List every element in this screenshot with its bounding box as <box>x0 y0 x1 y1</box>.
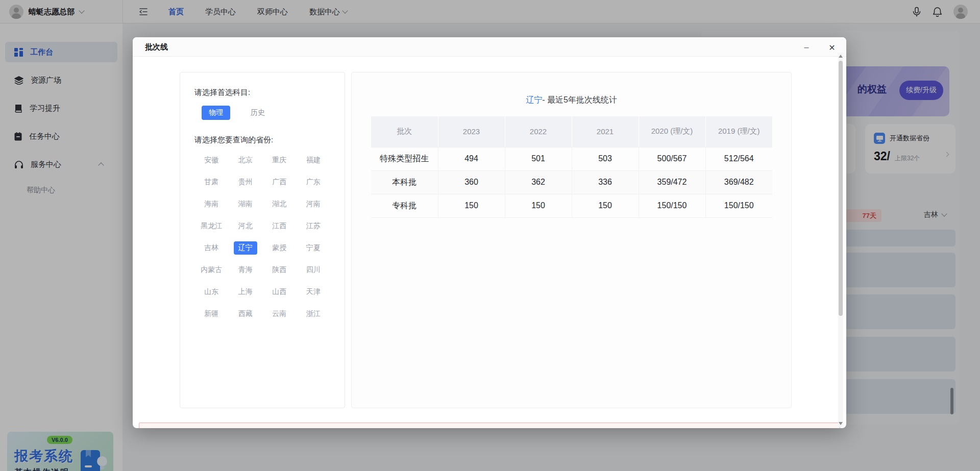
minimize-button[interactable]: – <box>800 41 813 54</box>
table-cell: 特殊类型招生 <box>371 147 438 170</box>
subject-label: 请选择首选科目: <box>194 88 330 97</box>
province-option[interactable]: 重庆 <box>267 154 291 167</box>
province-option[interactable]: 贵州 <box>234 176 257 189</box>
scrollbar-thumb[interactable] <box>839 61 843 316</box>
province-option[interactable]: 山西 <box>267 285 291 299</box>
province-option[interactable]: 海南 <box>200 197 223 211</box>
table-row: 特殊类型招生494501503500/567512/564 <box>371 147 772 170</box>
table-header-cell: 批次 <box>371 116 438 147</box>
province-option[interactable]: 内蒙古 <box>196 263 227 277</box>
scroll-down-arrow[interactable] <box>839 422 843 425</box>
subject-options: 物理历史 <box>202 106 330 120</box>
province-option[interactable]: 江苏 <box>302 219 325 233</box>
table-cell: 150 <box>505 194 572 217</box>
table-cell: 150 <box>438 194 505 217</box>
batch-line-table: 批次2023202220212020 (理/文)2019 (理/文) 特殊类型招… <box>371 116 772 218</box>
table-cell: 500/567 <box>639 147 705 170</box>
province-option[interactable]: 西藏 <box>234 307 257 320</box>
subject-option[interactable]: 历史 <box>243 106 272 120</box>
table-row: 本科批360362336359/472369/482 <box>371 170 772 194</box>
province-option[interactable]: 四川 <box>302 263 325 277</box>
province-option[interactable]: 山东 <box>200 285 223 299</box>
province-option[interactable]: 广西 <box>267 176 291 189</box>
province-option[interactable]: 河北 <box>234 219 257 233</box>
table-cell: 本科批 <box>371 170 438 194</box>
province-option[interactable]: 蒙授 <box>267 241 291 255</box>
table-row: 专科批150150150150/150150/150 <box>371 194 772 217</box>
table-cell: 503 <box>572 147 639 170</box>
table-cell: 512/564 <box>705 147 772 170</box>
bottom-alert-box <box>139 423 840 428</box>
selector-card: 请选择首选科目: 物理历史 请选择您要查询的省份: 安徽北京重庆福建甘肃贵州广西… <box>180 72 345 408</box>
province-option[interactable]: 上海 <box>234 285 257 299</box>
province-option[interactable]: 湖北 <box>267 197 291 211</box>
province-option[interactable]: 吉林 <box>200 241 223 255</box>
province-option[interactable]: 江西 <box>267 219 291 233</box>
stats-title: 辽宁- 最近5年批次线统计 <box>352 95 791 106</box>
province-option[interactable]: 天津 <box>302 285 325 299</box>
table-cell: 501 <box>505 147 572 170</box>
table-header-cell: 2019 (理/文) <box>705 116 772 147</box>
region-link[interactable]: 辽宁 <box>526 95 542 104</box>
province-grid: 安徽北京重庆福建甘肃贵州广西广东海南湖南湖北河南黑龙江河北江西江苏吉林辽宁蒙授宁… <box>194 149 330 325</box>
province-option[interactable]: 辽宁 <box>234 241 257 255</box>
table-cell: 150/150 <box>705 194 772 217</box>
province-option[interactable]: 甘肃 <box>200 176 223 189</box>
table-cell: 359/472 <box>639 170 705 194</box>
province-label: 请选择您要查询的省份: <box>194 135 330 145</box>
table-cell: 360 <box>438 170 505 194</box>
province-option[interactable]: 新疆 <box>200 307 223 320</box>
province-option[interactable]: 陕西 <box>267 263 291 277</box>
table-cell: 362 <box>505 170 572 194</box>
province-option[interactable]: 湖南 <box>234 197 257 211</box>
province-option[interactable]: 云南 <box>267 307 291 320</box>
table-cell: 494 <box>438 147 505 170</box>
province-option[interactable]: 广东 <box>302 176 325 189</box>
subject-option[interactable]: 物理 <box>202 106 230 120</box>
table-cell: 150/150 <box>639 194 705 217</box>
province-option[interactable]: 北京 <box>234 154 257 167</box>
table-cell: 336 <box>572 170 639 194</box>
modal-header: 批次线 – ✕ <box>133 37 846 57</box>
province-option[interactable]: 宁夏 <box>302 241 325 255</box>
modal-title: 批次线 <box>145 42 168 52</box>
scroll-up-arrow[interactable] <box>839 55 843 58</box>
table-cell: 150 <box>572 194 639 217</box>
province-option[interactable]: 浙江 <box>302 307 325 320</box>
province-option[interactable]: 福建 <box>302 154 325 167</box>
table-header-cell: 2023 <box>438 116 505 147</box>
province-option[interactable]: 黑龙江 <box>196 219 227 233</box>
table-header-cell: 2020 (理/文) <box>639 116 705 147</box>
province-option[interactable]: 安徽 <box>200 154 223 167</box>
close-icon[interactable]: ✕ <box>826 41 838 54</box>
province-option[interactable]: 河南 <box>302 197 325 211</box>
table-cell: 专科批 <box>371 194 438 217</box>
table-cell: 369/482 <box>705 170 772 194</box>
stats-card: 辽宁- 最近5年批次线统计 批次2023202220212020 (理/文)20… <box>351 72 792 408</box>
table-header-cell: 2021 <box>572 116 639 147</box>
batch-line-modal: 批次线 – ✕ 请选择首选科目: 物理历史 请选择您要查询的省份: 安徽北京重庆… <box>133 37 846 428</box>
table-header-cell: 2022 <box>505 116 572 147</box>
province-option[interactable]: 青海 <box>234 263 257 277</box>
modal-scrollbar[interactable] <box>838 53 843 427</box>
